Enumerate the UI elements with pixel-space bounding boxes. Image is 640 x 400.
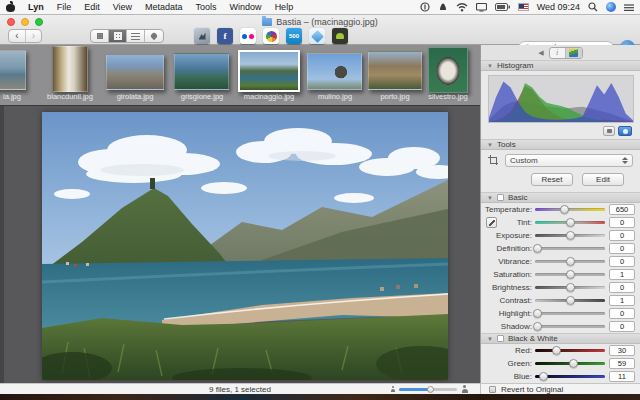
- spotlight-icon[interactable]: [588, 2, 598, 12]
- tint-eyedropper-button[interactable]: [486, 217, 497, 228]
- slider-knob[interactable]: [566, 283, 575, 292]
- zoom-slider-knob[interactable]: [427, 386, 434, 393]
- slider-value[interactable]: 11: [609, 371, 635, 382]
- flickr-icon[interactable]: [240, 28, 256, 44]
- notification-app-icon[interactable]: [438, 2, 448, 12]
- view-map-button[interactable]: [145, 30, 163, 42]
- slider-knob[interactable]: [552, 346, 561, 355]
- slider-value[interactable]: 1: [609, 269, 635, 280]
- picasa-icon[interactable]: [263, 28, 279, 44]
- thumbnail-macinaggio-jpg[interactable]: [238, 50, 300, 92]
- slider-value[interactable]: 0: [609, 217, 635, 228]
- disclosure-triangle[interactable]: ▼: [487, 195, 493, 201]
- slider-value[interactable]: 0: [609, 308, 635, 319]
- forward-button[interactable]: ›: [25, 30, 41, 42]
- zoom-slider[interactable]: [399, 388, 457, 391]
- siri-icon[interactable]: [606, 2, 616, 12]
- display-icon[interactable]: [476, 3, 487, 12]
- thumbnail-girolata-jpg[interactable]: [106, 54, 164, 90]
- preset-dropdown[interactable]: Custom: [505, 154, 633, 167]
- inspector-collapse-arrow[interactable]: ◀: [538, 49, 543, 57]
- zoom-out-small-icon[interactable]: [390, 386, 395, 392]
- reset-button[interactable]: Reset: [531, 173, 573, 186]
- zoom-in-large-icon[interactable]: [461, 385, 468, 393]
- inspector-tab-info[interactable]: i: [550, 48, 566, 58]
- slider-track[interactable]: [535, 208, 605, 211]
- 500px-icon[interactable]: 500: [286, 28, 302, 44]
- histogram-section-header[interactable]: ▼ Histogram: [481, 60, 640, 71]
- slider-knob[interactable]: [566, 218, 575, 227]
- menu-clock[interactable]: Wed 09:24: [537, 2, 580, 12]
- notification-center-icon[interactable]: [624, 3, 634, 12]
- crop-tool-icon[interactable]: [488, 155, 499, 166]
- slider-knob[interactable]: [566, 257, 575, 266]
- menu-item-tools[interactable]: Tools: [196, 2, 217, 12]
- slider-track[interactable]: [535, 247, 605, 250]
- thumbnail-mulino-jpg[interactable]: [307, 53, 362, 90]
- disclosure-triangle[interactable]: ▼: [487, 63, 493, 69]
- disclosure-triangle[interactable]: ▼: [487, 142, 493, 148]
- slider-track[interactable]: [535, 362, 605, 365]
- menu-item-edit[interactable]: Edit: [84, 2, 100, 12]
- slider-value[interactable]: 30: [609, 345, 635, 356]
- slider-knob[interactable]: [560, 205, 569, 214]
- thumbnail-silvestro-jpg[interactable]: [428, 47, 468, 93]
- slider-value[interactable]: 0: [609, 282, 635, 293]
- inspector-tab-adjust[interactable]: [566, 48, 582, 58]
- slider-track[interactable]: [535, 325, 605, 328]
- gem-share-icon[interactable]: [309, 28, 325, 44]
- slider-track[interactable]: [535, 273, 605, 276]
- slider-knob[interactable]: [569, 359, 578, 368]
- menu-app-name[interactable]: Lyn: [28, 2, 44, 12]
- tools-section-header[interactable]: ▼ Tools: [481, 139, 640, 150]
- slider-value[interactable]: 59: [609, 358, 635, 369]
- view-list-button[interactable]: [127, 30, 145, 42]
- menu-item-view[interactable]: View: [113, 2, 132, 12]
- section-enable-checkbox[interactable]: [497, 335, 504, 342]
- histogram-luminance-button[interactable]: [603, 126, 615, 136]
- status-circle-icon[interactable]: [420, 2, 430, 12]
- apple-menu-icon[interactable]: [6, 2, 15, 12]
- battery-icon[interactable]: [495, 3, 510, 11]
- thumbnail-ia-jpg[interactable]: [0, 50, 26, 90]
- slider-track[interactable]: [535, 286, 605, 289]
- view-small-thumbnails-button[interactable]: [91, 30, 109, 42]
- section-header-basic[interactable]: ▼Basic: [481, 192, 640, 203]
- section-enable-checkbox[interactable]: [497, 194, 504, 201]
- slider-track[interactable]: [535, 375, 605, 378]
- slider-knob[interactable]: [539, 372, 548, 381]
- slider-knob[interactable]: [566, 296, 575, 305]
- keyboard-layout-flag-icon[interactable]: [518, 3, 529, 11]
- back-button[interactable]: ‹: [9, 30, 25, 42]
- slider-value[interactable]: 1: [609, 295, 635, 306]
- slider-track[interactable]: [535, 260, 605, 263]
- wifi-icon[interactable]: [456, 3, 468, 12]
- slider-knob[interactable]: [533, 322, 542, 331]
- slider-value[interactable]: 0: [609, 321, 635, 332]
- slider-knob[interactable]: [533, 309, 542, 318]
- selected-photo-macinaggio[interactable]: [42, 112, 448, 380]
- android-share-icon[interactable]: [332, 28, 348, 44]
- slider-track[interactable]: [535, 299, 605, 302]
- view-thumbnails-button[interactable]: [109, 30, 127, 42]
- slider-track[interactable]: [535, 234, 605, 237]
- facebook-icon[interactable]: f: [217, 28, 233, 44]
- thumbnail-grisgione-jpg[interactable]: [174, 53, 229, 90]
- edit-button[interactable]: Edit: [582, 173, 624, 186]
- menu-item-help[interactable]: Help: [275, 2, 294, 12]
- slider-track[interactable]: [535, 349, 605, 352]
- histogram-rgb-button[interactable]: [618, 126, 632, 136]
- viewer-app-icon[interactable]: [194, 28, 210, 44]
- disclosure-triangle[interactable]: ▼: [487, 336, 493, 342]
- slider-value[interactable]: 0: [609, 243, 635, 254]
- slider-knob[interactable]: [566, 231, 575, 240]
- slider-value[interactable]: 0: [609, 256, 635, 267]
- thumbnail-porto-jpg[interactable]: [368, 51, 422, 90]
- section-header-black-white[interactable]: ▼Black & White: [481, 333, 640, 344]
- slider-value[interactable]: 0: [609, 230, 635, 241]
- folder-proxy-icon[interactable]: [262, 18, 272, 26]
- menu-item-window[interactable]: Window: [230, 2, 262, 12]
- slider-knob[interactable]: [533, 244, 542, 253]
- revert-to-original-button[interactable]: Revert to Original: [501, 385, 563, 394]
- menu-item-file[interactable]: File: [57, 2, 72, 12]
